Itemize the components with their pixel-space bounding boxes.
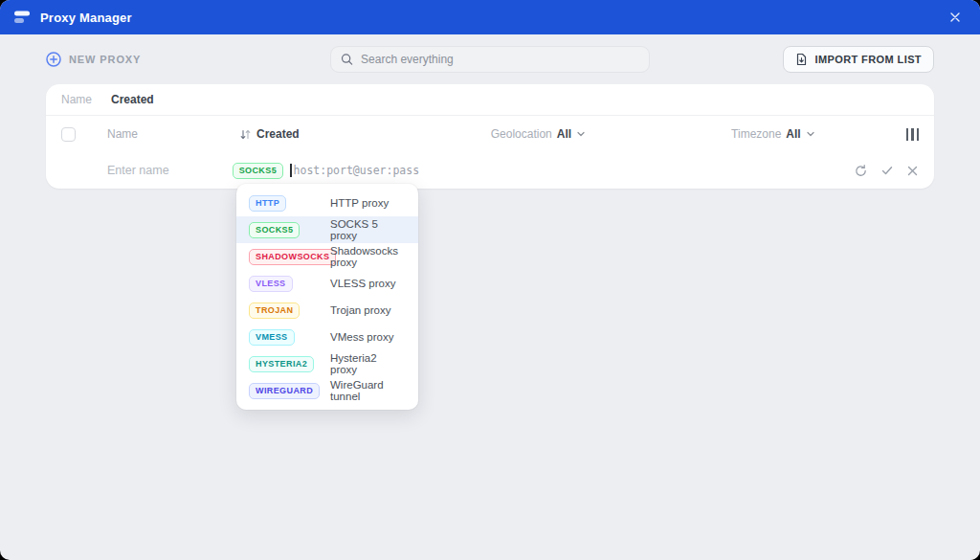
timezone-label: Timezone	[731, 127, 781, 141]
geolocation-filter[interactable]: Geolocation All	[491, 127, 586, 141]
proxy-name-input[interactable]: Enter name	[107, 164, 169, 177]
refresh-icon	[854, 164, 868, 178]
dropdown-item-label: Trojan proxy	[330, 304, 391, 316]
dropdown-item-label: HTTP proxy	[330, 197, 389, 209]
dropdown-item-label: VLESS proxy	[330, 278, 395, 289]
column-header-name[interactable]: Name	[107, 127, 138, 141]
check-icon	[880, 164, 894, 177]
geolocation-label: Geolocation	[491, 127, 552, 141]
dropdown-item-http[interactable]: HTTP HTTP proxy	[236, 190, 418, 216]
sort-tab-name[interactable]: Name	[61, 93, 92, 106]
window-title: Proxy Manager	[40, 11, 132, 25]
table-header-row: Name Created Geolocation All Timezone Al…	[46, 116, 934, 152]
proxy-value-input[interactable]: host:port@user:pass	[294, 164, 420, 177]
plus-circle-icon	[46, 52, 61, 67]
app-logo-icon	[14, 11, 31, 24]
dropdown-item-socks5[interactable]: SOCKS5 SOCKS 5 proxy	[236, 216, 418, 243]
import-from-list-label: IMPORT FROM LIST	[814, 54, 922, 65]
columns-settings-icon[interactable]	[906, 128, 920, 141]
http-badge: HTTP	[249, 195, 286, 212]
wireguard-badge: WIREGUARD	[249, 383, 320, 399]
dropdown-item-vmess[interactable]: VMESS VMess proxy	[236, 324, 418, 350]
sort-arrows-icon	[239, 128, 252, 141]
close-icon	[906, 165, 919, 177]
file-import-icon	[795, 53, 808, 66]
timezone-filter[interactable]: Timezone All	[731, 127, 815, 141]
chevron-down-icon	[806, 129, 815, 139]
sort-tab-created[interactable]: Created	[111, 93, 154, 106]
dropdown-item-hysteria2[interactable]: HYSTERIA2 Hysteria2 proxy	[236, 350, 418, 377]
search-icon	[341, 53, 353, 66]
geolocation-value: All	[557, 127, 571, 141]
proxy-manager-window: Proxy Manager NEW PROXY	[0, 0, 980, 560]
dropdown-item-label: Hysteria2 proxy	[330, 352, 406, 375]
trojan-badge: TROJAN	[249, 302, 300, 319]
dropdown-item-label: SOCKS 5 proxy	[330, 218, 406, 241]
window-close-button[interactable]	[945, 7, 966, 28]
shadowsocks-badge: SHADOWSOCKS	[249, 249, 336, 265]
dropdown-item-label: VMess proxy	[330, 331, 393, 343]
toolbar: NEW PROXY IMPORT FROM LIST	[0, 34, 980, 84]
dropdown-item-label: Shadowsocks proxy	[330, 245, 406, 268]
search-box[interactable]	[330, 46, 650, 73]
proxy-table-card: Name Created Name Created Geolocation Al…	[46, 84, 934, 189]
dropdown-item-wireguard[interactable]: WIREGUARD WireGuard tunnel	[236, 377, 418, 404]
new-proxy-label: NEW PROXY	[69, 54, 141, 65]
sort-tabs: Name Created	[46, 84, 934, 115]
import-from-list-button[interactable]: IMPORT FROM LIST	[783, 46, 934, 73]
protocol-badge[interactable]: SOCKS5	[233, 163, 283, 179]
search-input[interactable]	[361, 53, 639, 66]
cancel-button[interactable]	[906, 165, 919, 177]
new-proxy-button[interactable]: NEW PROXY	[46, 52, 141, 67]
vmess-badge: VMESS	[249, 329, 295, 346]
chevron-down-icon	[576, 129, 586, 139]
column-header-created[interactable]: Created	[239, 127, 300, 141]
dropdown-item-shadowsocks[interactable]: SHADOWSOCKS Shadowsocks proxy	[236, 243, 418, 270]
dropdown-item-label: WireGuard tunnel	[330, 379, 406, 402]
confirm-button[interactable]	[880, 164, 894, 177]
new-proxy-row: Enter name SOCKS5 host:port@user:pass	[46, 152, 934, 189]
title-bar: Proxy Manager	[0, 0, 980, 34]
close-icon	[949, 11, 961, 23]
timezone-value: All	[786, 127, 800, 141]
hysteria2-badge: HYSTERIA2	[249, 356, 314, 372]
vless-badge: VLESS	[249, 276, 293, 292]
text-cursor	[290, 164, 292, 177]
dropdown-item-vless[interactable]: VLESS VLESS proxy	[236, 270, 418, 297]
socks5-badge: SOCKS5	[249, 222, 300, 238]
reset-button[interactable]	[854, 164, 868, 178]
select-all-checkbox[interactable]	[61, 127, 76, 142]
dropdown-item-trojan[interactable]: TROJAN Trojan proxy	[236, 297, 418, 324]
created-label: Created	[256, 127, 300, 141]
protocol-dropdown: HTTP HTTP proxy SOCKS5 SOCKS 5 proxy SHA…	[236, 184, 418, 410]
